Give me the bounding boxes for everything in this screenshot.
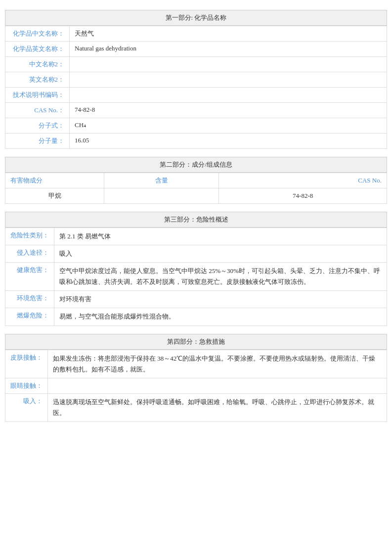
detail-value: 迅速脱离现场至空气新鲜处。保持呼吸道通畅。如呼吸困难，给输氧。呼吸、心跳停止，立… <box>48 393 387 421</box>
table-row: 英文名称2： <box>5 72 387 88</box>
table-row: 危险性类别： 第 2.1 类 易燃气体 <box>5 228 387 245</box>
detail-label: 侵入途径： <box>5 245 54 263</box>
col-hazard-cas: CAS No. <box>219 173 387 188</box>
table-row: 甲烷 74-82-8 <box>5 188 387 204</box>
detail-value: 如果发生冻伤：将患部浸泡于保持在 38～42℃的温水中复温。不要涂擦。不要使用热… <box>48 350 387 378</box>
table-row: 皮肤接触： 如果发生冻伤：将患部浸泡于保持在 38～42℃的温水中复温。不要涂擦… <box>5 350 387 378</box>
field-label: 技术说明书编码： <box>5 88 70 103</box>
table-row: 燃爆危险： 易燃，与空气混合能形成爆炸性混合物。 <box>5 308 387 325</box>
section4-title: 第四部分：急救措施 <box>167 338 225 345</box>
field-value: 74-82-8 <box>70 103 387 118</box>
field-value: 天然气 <box>70 26 387 42</box>
field-label: 化学品中文名称： <box>5 26 70 42</box>
table-row: 化学品英文名称： Natural gas dehydration <box>5 42 387 57</box>
hazard-cas: 74-82-8 <box>219 188 387 204</box>
field-value: Natural gas dehydration <box>70 42 387 57</box>
detail-label: 燃爆危险： <box>5 308 54 325</box>
table-row: 环境危害： 对环境有害 <box>5 291 387 308</box>
table-row: 吸入： 迅速脱离现场至空气新鲜处。保持呼吸道通畅。如呼吸困难，给输氧。呼吸、心跳… <box>5 393 387 421</box>
field-label: 化学品英文名称： <box>5 42 70 57</box>
section2-wrapper: 第二部分：成分/组成信息 有害物成分 含量 CAS No. 甲烷 <box>5 157 387 204</box>
table-row: 侵入途径： 吸入 <box>5 245 387 263</box>
section2-header: 第二部分：成分/组成信息 <box>5 157 387 173</box>
detail-label: 危险性类别： <box>5 228 54 245</box>
section1-wrapper: 第一部分: 化学品名称 化学品中文名称： 天然气 化学品英文名称： Natura… <box>5 10 387 149</box>
detail-value: 吸入 <box>54 245 387 263</box>
detail-value: 第 2.1 类 易燃气体 <box>54 228 387 245</box>
detail-label: 健康危害： <box>5 263 54 291</box>
section3-table: 危险性类别： 第 2.1 类 易燃气体 侵入途径： 吸入 健康危害： 空气中甲烷… <box>5 228 387 326</box>
table-row: 眼睛接触： <box>5 378 387 393</box>
section4-table: 皮肤接触： 如果发生冻伤：将患部浸泡于保持在 38～42℃的温水中复温。不要涂擦… <box>5 350 387 422</box>
field-label: 分子式： <box>5 118 70 134</box>
detail-label: 眼睛接触： <box>5 378 48 393</box>
detail-label: 吸入： <box>5 393 48 421</box>
table-row: 分子量： 16.05 <box>5 134 387 149</box>
field-value <box>70 72 387 88</box>
field-label: 分子量： <box>5 134 70 149</box>
table-row: 化学品中文名称： 天然气 <box>5 26 387 42</box>
detail-value: 对环境有害 <box>54 291 387 308</box>
field-value: CH₄ <box>70 118 387 134</box>
section2-table: 有害物成分 含量 CAS No. 甲烷 74-82-8 <box>5 173 387 204</box>
section1-title: 第一部分: 化学品名称 <box>166 14 227 21</box>
section3-header: 第三部分：危险性概述 <box>5 212 387 228</box>
section1-header: 第一部分: 化学品名称 <box>5 10 387 26</box>
table-row: 健康危害： 空气中甲烷浓度过高，能使人窒息。当空气中甲烷达 25%～30%时，可… <box>5 263 387 291</box>
detail-value: 空气中甲烷浓度过高，能使人窒息。当空气中甲烷达 25%～30%时，可引起头箱、头… <box>54 263 387 291</box>
col-hazard-name: 有害物成分 <box>5 173 104 188</box>
hazard-name: 甲烷 <box>5 188 104 204</box>
section1-table: 化学品中文名称： 天然气 化学品英文名称： Natural gas dehydr… <box>5 26 387 149</box>
section3-title: 第三部分：危险性概述 <box>164 216 228 223</box>
field-value <box>70 88 387 103</box>
detail-value <box>48 378 387 393</box>
page-container: 第一部分: 化学品名称 化学品中文名称： 天然气 化学品英文名称： Natura… <box>0 0 392 432</box>
section4-header: 第四部分：急救措施 <box>5 334 387 350</box>
table-row: 技术说明书编码： <box>5 88 387 103</box>
section2-title: 第二部分：成分/组成信息 <box>160 161 232 168</box>
table-row: 中文名称2： <box>5 57 387 72</box>
section3-wrapper: 第三部分：危险性概述 危险性类别： 第 2.1 类 易燃气体 侵入途径： 吸入 … <box>5 212 387 326</box>
detail-value: 易燃，与空气混合能形成爆炸性混合物。 <box>54 308 387 325</box>
table-row: CAS No.： 74-82-8 <box>5 103 387 118</box>
hazard-content <box>104 188 219 204</box>
detail-label: 环境危害： <box>5 291 54 308</box>
table-row: 分子式： CH₄ <box>5 118 387 134</box>
detail-label: 皮肤接触： <box>5 350 48 378</box>
col-hazard-content: 含量 <box>104 173 219 188</box>
field-label: 英文名称2： <box>5 72 70 88</box>
field-label: CAS No.： <box>5 103 70 118</box>
field-value: 16.05 <box>70 134 387 149</box>
field-label: 中文名称2： <box>5 57 70 72</box>
field-value <box>70 57 387 72</box>
section4-wrapper: 第四部分：急救措施 皮肤接触： 如果发生冻伤：将患部浸泡于保持在 38～42℃的… <box>5 334 387 422</box>
